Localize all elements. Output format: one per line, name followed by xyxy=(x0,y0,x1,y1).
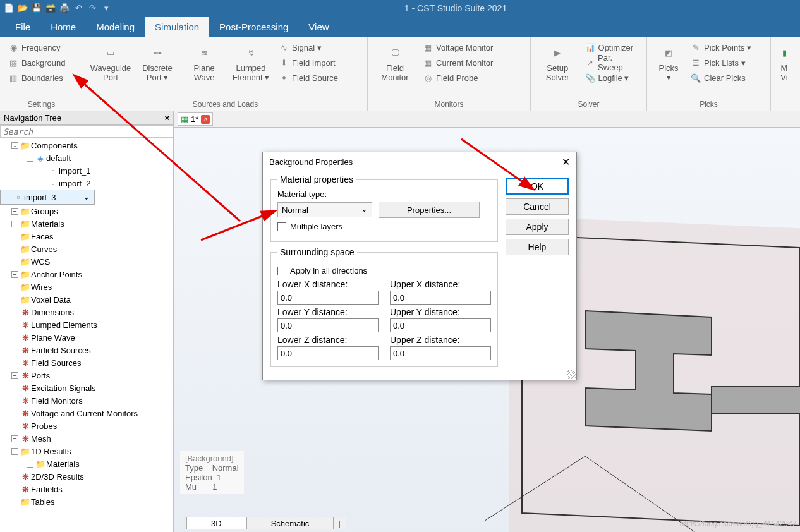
resize-handle[interactable] xyxy=(567,370,576,379)
cancel-button[interactable]: Cancel xyxy=(506,198,569,215)
navigation-tree[interactable]: -📁Components-◈default▫import_1▫import_2▫… xyxy=(0,138,173,532)
clear-picks-button[interactable]: 🔍Clear Picks xyxy=(688,70,754,85)
tree-node-mesh[interactable]: +❋Mesh xyxy=(0,432,173,445)
tab-simulation[interactable]: Simulation xyxy=(145,17,209,37)
par-sweep-button[interactable]: ↗Par. Sweep xyxy=(582,55,641,70)
tree-node-import-2[interactable]: ▫import_2 xyxy=(0,177,173,190)
view-tab-schematic[interactable]: Schematic xyxy=(246,517,334,529)
apply-button[interactable]: Apply xyxy=(506,219,569,235)
tree-node-field-monitors[interactable]: ❋Field Monitors xyxy=(0,394,173,407)
plane-wave-button[interactable]: ≋Plane Wave xyxy=(181,39,227,85)
background-button[interactable]: ▧Background xyxy=(5,55,68,70)
tree-node-farfields[interactable]: ❋Farfields xyxy=(0,483,173,495)
discrete-port-button[interactable]: ⊶Discrete Port ▾ xyxy=(134,39,181,85)
field-source-icon: ✦ xyxy=(278,73,289,83)
qat-dropdown-icon[interactable]: ▾ xyxy=(100,2,112,15)
properties-button[interactable]: Properties... xyxy=(379,202,480,218)
lower-y-input[interactable] xyxy=(277,318,379,332)
upper-x-input[interactable] xyxy=(390,291,491,305)
current-monitor-button[interactable]: ▦Current Monitor xyxy=(420,55,495,70)
picks-button[interactable]: ◩Picks ▾ xyxy=(651,39,686,85)
undo-icon[interactable]: ↶ xyxy=(72,2,85,15)
tree-node-field-sources[interactable]: ❋Field Sources xyxy=(0,356,173,369)
tree-node-lumped-elements[interactable]: ❋Lumped Elements xyxy=(0,318,173,331)
view-tab-3d[interactable]: 3D xyxy=(186,517,246,529)
tab-home[interactable]: Home xyxy=(40,17,86,37)
new-icon[interactable]: 📄 xyxy=(3,2,15,15)
tab-file[interactable]: File xyxy=(5,17,40,37)
tree-node-anchor-points[interactable]: +📁Anchor Points xyxy=(0,268,173,281)
boundaries-button[interactable]: ▥Boundaries xyxy=(5,70,68,85)
optimizer-icon: 📊 xyxy=(585,43,596,52)
nav-search-input[interactable] xyxy=(0,125,173,138)
upper-y-input[interactable] xyxy=(390,318,491,332)
saveall-icon[interactable]: 🗃️ xyxy=(44,2,57,15)
pick-lists-button[interactable]: ☰Pick Lists ▾ xyxy=(688,55,754,70)
tree-node-wcs[interactable]: 📁WCS xyxy=(0,255,173,268)
tab-view[interactable]: View xyxy=(298,17,339,37)
tree-node-farfield-sources[interactable]: ❋Farfield Sources xyxy=(0,344,173,356)
voltage-monitor-button[interactable]: ▦Voltage Monitor xyxy=(420,40,495,55)
current-icon: ▦ xyxy=(422,58,433,68)
view-tabs: 3D Schematic | xyxy=(186,517,346,529)
tree-node-excitation-signals[interactable]: ❋Excitation Signals xyxy=(0,382,173,394)
print-icon[interactable]: 🖨️ xyxy=(58,2,71,15)
tab-postprocessing[interactable]: Post-Processing xyxy=(209,17,298,37)
tree-node-curves[interactable]: 📁Curves xyxy=(0,243,173,255)
tree-node-ports[interactable]: +❋Ports xyxy=(0,369,173,382)
field-source-button[interactable]: ✦Field Source xyxy=(276,70,341,85)
view-tab-divider: | xyxy=(334,517,346,529)
macros-button[interactable]: ▮MVi xyxy=(775,39,794,85)
tree-node-import-3[interactable]: ▫import_3 xyxy=(0,190,95,205)
doc-tab-1[interactable]: ▦ 1* × xyxy=(178,112,213,126)
open-icon[interactable]: 📂 xyxy=(16,2,29,15)
apply-all-checkbox[interactable]: Apply in all directions xyxy=(277,266,491,275)
background-icon: ▧ xyxy=(8,58,19,68)
tree-node-probes[interactable]: ❋Probes xyxy=(0,420,173,432)
close-icon[interactable]: ✕ xyxy=(562,156,570,168)
help-button[interactable]: Help xyxy=(506,239,569,255)
save-icon[interactable]: 💾 xyxy=(30,2,43,15)
solver-icon: ▶ xyxy=(536,41,579,64)
waveguide-port-button[interactable]: ▭Waveguide Port xyxy=(87,39,134,85)
dialog-titlebar[interactable]: Background Properties ✕ xyxy=(263,152,576,172)
discrete-icon: ⊶ xyxy=(135,41,179,64)
tree-node-plane-wave[interactable]: ❋Plane Wave xyxy=(0,331,173,344)
tree-node-faces[interactable]: 📁Faces xyxy=(0,230,173,243)
logfile-icon: 📎 xyxy=(585,73,596,83)
material-type-select[interactable]: Normal xyxy=(277,202,372,217)
tree-node-materials[interactable]: +📁Materials xyxy=(0,457,173,470)
tree-node-2d-3d-results[interactable]: ❋2D/3D Results xyxy=(0,470,173,483)
ok-button[interactable]: OK xyxy=(506,178,569,195)
tree-node-import-1[interactable]: ▫import_1 xyxy=(0,164,173,177)
logfile-button[interactable]: 📎Logfile ▾ xyxy=(582,70,641,85)
tree-node-materials[interactable]: +📁Materials xyxy=(0,217,173,230)
multiple-layers-checkbox[interactable]: Multiple layers xyxy=(277,222,491,231)
field-import-button[interactable]: ⬇Field Import xyxy=(276,55,341,70)
tree-node-voltage-and-current-monitors[interactable]: ❋Voltage and Current Monitors xyxy=(0,407,173,420)
setup-solver-button[interactable]: ▶Setup Solver xyxy=(535,39,581,85)
tree-node-default[interactable]: -◈default xyxy=(0,152,173,164)
nav-tree-header: Navigation Tree × xyxy=(0,111,173,125)
field-probe-button[interactable]: ◎Field Probe xyxy=(420,70,495,85)
redo-icon[interactable]: ↷ xyxy=(86,2,99,15)
tree-node-dimensions[interactable]: ❋Dimensions xyxy=(0,306,173,318)
signal-button[interactable]: ∿Signal ▾ xyxy=(276,40,341,55)
upper-z-input[interactable] xyxy=(390,346,491,360)
lower-x-input[interactable] xyxy=(277,291,379,305)
tree-node-wires[interactable]: 📁Wires xyxy=(0,281,173,293)
close-icon[interactable]: × xyxy=(164,113,169,123)
frequency-button[interactable]: ◉Frequency xyxy=(5,40,68,55)
tree-node-groups[interactable]: +📁Groups xyxy=(0,205,173,217)
tree-node-1d-results[interactable]: -📁1D Results xyxy=(0,445,173,457)
field-monitor-button[interactable]: 🖵Field Monitor xyxy=(372,39,418,85)
sweep-icon: ↗ xyxy=(585,58,596,68)
tree-node-voxel-data[interactable]: 📁Voxel Data xyxy=(0,293,173,306)
lower-z-input[interactable] xyxy=(277,346,379,360)
tab-modeling[interactable]: Modeling xyxy=(86,17,145,37)
close-icon[interactable]: × xyxy=(201,115,210,124)
tree-node-tables[interactable]: 📁Tables xyxy=(0,495,173,508)
pick-points-button[interactable]: ✎Pick Points ▾ xyxy=(688,40,754,55)
lumped-element-button[interactable]: ↯Lumped Element ▾ xyxy=(227,39,274,85)
tree-node-components[interactable]: -📁Components xyxy=(0,139,173,152)
